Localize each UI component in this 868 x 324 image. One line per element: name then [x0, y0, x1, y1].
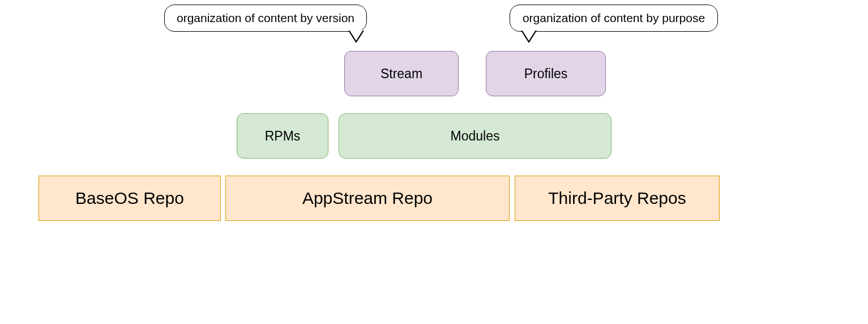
stream-tooltip-tail-fill [349, 30, 363, 41]
thirdparty-repo-box: Third-Party Repos [515, 176, 720, 221]
appstream-repo-box: AppStream Repo [225, 176, 510, 221]
stream-tooltip-text: organization of content by version [177, 11, 354, 25]
modules-label: Modules [451, 129, 500, 144]
baseos-repo-box: BaseOS Repo [39, 176, 221, 221]
profiles-tooltip-tail-fill [522, 30, 536, 41]
stream-tooltip: organization of content by version [164, 5, 367, 32]
profiles-label: Profiles [524, 66, 568, 82]
stream-box: Stream [344, 51, 459, 96]
baseos-repo-label: BaseOS Repo [75, 189, 184, 208]
profiles-tooltip-text: organization of content by purpose [523, 11, 705, 25]
profiles-tooltip: organization of content by purpose [510, 5, 718, 32]
rpms-label: RPMs [265, 129, 301, 144]
appstream-repo-label: AppStream Repo [302, 189, 433, 208]
thirdparty-repo-label: Third-Party Repos [548, 189, 686, 208]
rpms-box: RPMs [237, 113, 328, 159]
modules-box: Modules [339, 113, 612, 159]
stream-label: Stream [380, 66, 422, 82]
profiles-box: Profiles [486, 51, 606, 96]
